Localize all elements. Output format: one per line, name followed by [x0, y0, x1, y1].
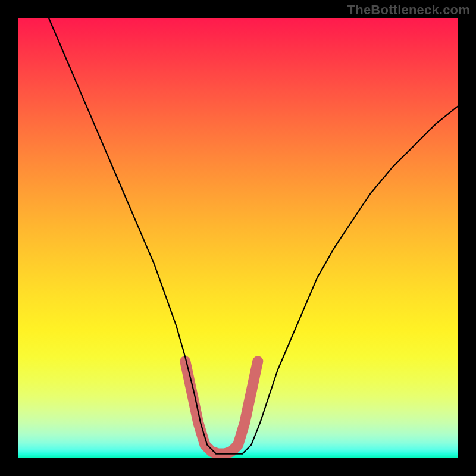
plot-area [18, 18, 458, 458]
chart-svg [18, 18, 458, 458]
watermark-text: TheBottleneck.com [347, 2, 470, 18]
chart-frame: TheBottleneck.com [0, 0, 476, 476]
optimal-zone-line [185, 361, 258, 453]
